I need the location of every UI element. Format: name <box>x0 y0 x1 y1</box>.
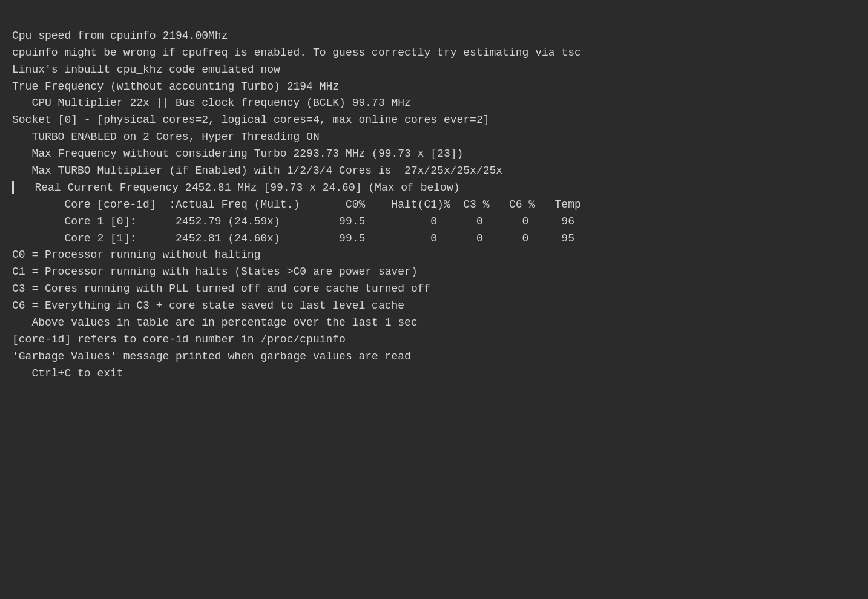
terminal-line: C1 = Processor running with halts (State… <box>12 264 856 281</box>
terminal-line: Cpu speed from cpuinfo 2194.00Mhz <box>12 28 856 45</box>
terminal-line: Core 1 [0]: 2452.79 (24.59x) 99.5 0 0 0 … <box>12 214 856 231</box>
terminal-line: C0 = Processor running without halting <box>12 247 856 264</box>
terminal-line: Core 2 [1]: 2452.81 (24.60x) 99.5 0 0 0 … <box>12 231 856 247</box>
terminal-line: Socket [0] - [physical cores=2, logical … <box>12 112 856 129</box>
terminal-line: Ctrl+C to exit <box>12 365 856 382</box>
cursor-line: Real Current Frequency 2452.81 MHz [99.7… <box>12 180 856 197</box>
terminal-line: Max TURBO Multiplier (if Enabled) with 1… <box>12 163 856 180</box>
terminal-line: True Frequency (without accounting Turbo… <box>12 79 856 96</box>
terminal-cursor <box>12 181 14 194</box>
terminal-line: Linux's inbuilt cpu_khz code emulated no… <box>12 62 856 79</box>
terminal-line: Core [core-id] :Actual Freq (Mult.) C0% … <box>12 197 856 214</box>
terminal-line: cpuinfo might be wrong if cpufreq is ena… <box>12 45 856 62</box>
line-text: Real Current Frequency 2452.81 MHz [99.7… <box>15 180 460 197</box>
terminal-line: C6 = Everything in C3 + core state saved… <box>12 298 856 315</box>
terminal-line: CPU Multiplier 22x || Bus clock frequenc… <box>12 95 856 112</box>
terminal-line: [core-id] refers to core-id number in /p… <box>12 332 856 349</box>
terminal-line: TURBO ENABLED on 2 Cores, Hyper Threadin… <box>12 129 856 146</box>
terminal-line: Max Frequency without considering Turbo … <box>12 146 856 163</box>
terminal-line: 'Garbage Values' message printed when ga… <box>12 349 856 365</box>
terminal-output: Cpu speed from cpuinfo 2194.00Mhzcpuinfo… <box>12 11 856 382</box>
terminal-line: C3 = Cores running with PLL turned off a… <box>12 281 856 298</box>
terminal-line: Above values in table are in percentage … <box>12 315 856 332</box>
